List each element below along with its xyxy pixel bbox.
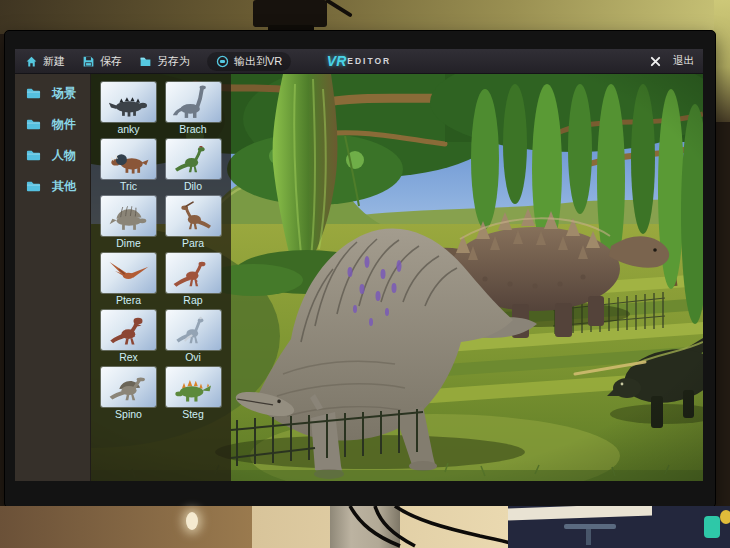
photo-of-monitor: 新建 保存 另存为 输出到VR VR EDITOR 退出: [0, 0, 730, 548]
asset-item-dilo[interactable]: Dilo: [166, 139, 221, 192]
desk-area: [0, 506, 730, 548]
asset-item-rap[interactable]: Rap: [166, 253, 221, 306]
asset-item-rex[interactable]: Rex: [101, 310, 156, 363]
sidebar-item-label: 场景: [52, 85, 76, 102]
asset-label: Ovi: [166, 351, 221, 363]
desk-right-scene: [508, 506, 730, 548]
asset-thumbnail[interactable]: [166, 367, 221, 407]
desk-wall-left: [0, 506, 252, 548]
menubar-right: 退出: [649, 49, 694, 73]
dino-trex-icon: [104, 312, 154, 348]
asset-item-tric[interactable]: Tric: [101, 139, 156, 192]
folder-icon: [24, 179, 43, 194]
table-edge: [508, 506, 652, 521]
asset-item-para[interactable]: Para: [166, 196, 221, 249]
menu-item-new[interactable]: 新建: [25, 54, 65, 69]
exit-button[interactable]: 退出: [673, 54, 694, 68]
webcam: [253, 0, 327, 27]
asset-item-spino[interactable]: Spino: [101, 367, 156, 420]
menu-item-label: 输出到VR: [234, 54, 282, 69]
save-icon: [82, 55, 95, 68]
sidebar-item-scene[interactable]: 场景: [15, 78, 90, 109]
asset-item-steg[interactable]: Steg: [166, 367, 221, 420]
asset-label: anky: [101, 123, 156, 135]
asset-thumbnail[interactable]: [101, 196, 156, 236]
sidebar-item-label: 人物: [52, 147, 76, 164]
dino-triceratops-icon: [104, 141, 154, 177]
folder-icon: [24, 86, 43, 101]
menu-item-label: 新建: [43, 54, 65, 69]
save-as-icon: [139, 55, 152, 68]
menu-item-label: 另存为: [157, 54, 190, 69]
menu-item-export-vr[interactable]: 输出到VR: [207, 52, 291, 71]
sidebar: 场景 物件 人物 其他: [15, 74, 91, 481]
asset-label: Ptera: [101, 294, 156, 306]
asset-label: Dilo: [166, 180, 221, 192]
asset-thumbnail[interactable]: [101, 367, 156, 407]
asset-thumbnail[interactable]: [166, 253, 221, 293]
dino-spinosaurus-icon: [104, 369, 154, 405]
editor-content: 场景 物件 人物 其他 anky Brach Tric Dilo Di: [15, 74, 703, 481]
close-icon[interactable]: [649, 55, 662, 68]
asset-thumbnail[interactable]: [166, 139, 221, 179]
asset-label: Dime: [101, 237, 156, 249]
dino-brachiosaurus-icon: [168, 84, 218, 120]
folder-icon: [24, 117, 43, 132]
asset-grid: anky Brach Tric Dilo Dime Para Ptera: [91, 74, 231, 481]
asset-label: Brach: [166, 123, 221, 135]
app-window: 新建 保存 另存为 输出到VR VR EDITOR 退出: [15, 49, 703, 481]
menubar: 新建 保存 另存为 输出到VR VR EDITOR 退出: [15, 49, 703, 74]
asset-item-dime[interactable]: Dime: [101, 196, 156, 249]
sidebar-item-other[interactable]: 其他: [15, 171, 90, 202]
room-wall: [0, 0, 730, 34]
asset-thumbnail[interactable]: [101, 253, 156, 293]
dino-parasaurolophus-icon: [168, 198, 218, 234]
decor-teal-shape: [704, 516, 720, 538]
menu-item-save-as[interactable]: 另存为: [139, 54, 190, 69]
sidebar-item-objects[interactable]: 物件: [15, 109, 90, 140]
asset-item-ovi[interactable]: Ovi: [166, 310, 221, 363]
menubar-left: 新建 保存 另存为 输出到VR: [25, 52, 291, 71]
asset-thumbnail[interactable]: [166, 82, 221, 122]
logo-vr-mark: VR: [327, 53, 346, 69]
logo-editor-text: EDITOR: [347, 56, 391, 66]
asset-label: Tric: [101, 180, 156, 192]
folder-icon: [24, 148, 43, 163]
asset-label: Rap: [166, 294, 221, 306]
asset-label: Para: [166, 237, 221, 249]
asset-label: Spino: [101, 408, 156, 420]
dino-dilophosaurus-icon: [168, 141, 218, 177]
decor-yellow-shape: [720, 510, 730, 524]
asset-thumbnail[interactable]: [166, 310, 221, 350]
dino-ankylosaurus-icon: [104, 84, 154, 120]
asset-thumbnail[interactable]: [101, 82, 156, 122]
menu-item-label: 保存: [100, 54, 122, 69]
asset-thumbnail[interactable]: [101, 139, 156, 179]
export-vr-icon: [216, 55, 229, 68]
dino-dimetrodon-icon: [104, 198, 154, 234]
monitor-bezel: 新建 保存 另存为 输出到VR VR EDITOR 退出: [4, 30, 716, 508]
asset-label: Rex: [101, 351, 156, 363]
asset-thumbnail[interactable]: [101, 310, 156, 350]
home-icon: [25, 55, 38, 68]
sidebar-item-label: 物件: [52, 116, 76, 133]
asset-thumbnail[interactable]: [166, 196, 221, 236]
dino-raptor-icon: [168, 255, 218, 291]
lamp-glow: [186, 512, 198, 530]
sidebar-item-label: 其他: [52, 178, 76, 195]
asset-item-brach[interactable]: Brach: [166, 82, 221, 135]
dino-pteranodon-icon: [104, 255, 154, 291]
menu-item-save[interactable]: 保存: [82, 54, 122, 69]
small-table-leg: [586, 529, 591, 545]
room-wall-corner: [714, 0, 730, 122]
asset-label: Steg: [166, 408, 221, 420]
asset-item-anky[interactable]: anky: [101, 82, 156, 135]
app-logo: VR EDITOR: [327, 49, 391, 73]
cables: [280, 506, 540, 548]
asset-item-ptera[interactable]: Ptera: [101, 253, 156, 306]
dino-oviraptor-icon: [168, 312, 218, 348]
dino-stegosaurus-icon: [168, 369, 218, 405]
sidebar-item-characters[interactable]: 人物: [15, 140, 90, 171]
